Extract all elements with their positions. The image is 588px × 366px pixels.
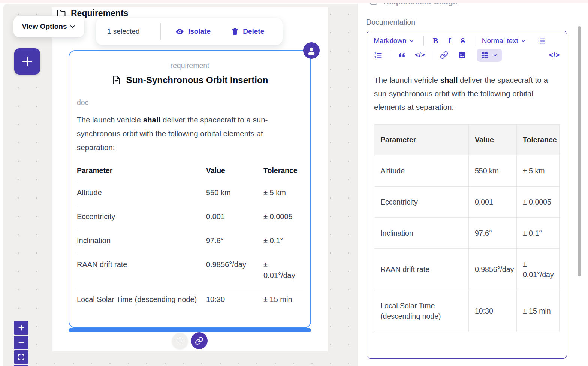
table-cell[interactable]: RAAN drift rate [374,249,469,290]
link-icon [440,51,448,59]
table-cell[interactable]: Local Solar Time (descending node) [374,290,469,332]
bullet-list-button[interactable] [537,37,546,45]
plus-icon [17,324,25,332]
numbered-list-button[interactable]: 1 2 [374,51,382,60]
table-cell: 97.6° [206,229,263,253]
table-cell[interactable]: ± 0.0005 [517,187,560,218]
table-header-cell: Parameter [77,166,206,181]
toolbar-divider [423,36,424,46]
table-cell[interactable]: ± 15 min [517,290,560,332]
table-row: Local Solar Time (descending node)10:30±… [374,290,560,332]
svg-text:1: 1 [374,51,376,55]
table-cell: RAAN drift rate [77,253,206,288]
table-header-cell[interactable]: Parameter [374,125,469,155]
table-header-cell[interactable]: Tolerance [517,125,560,155]
insert-table-button[interactable] [477,49,502,62]
card-body-text: The launch vehicle shall deliver the spa… [77,113,302,154]
isolate-button[interactable]: Isolate [175,27,211,36]
chevron-down-icon [409,38,414,44]
bullet-list-icon [537,37,546,45]
card-title-row: Sun-Synchronous Orbit Insertion [69,75,310,85]
table-row: Local Solar Time (descending node)10:30±… [77,288,303,312]
table-cell[interactable]: 10:30 [469,290,517,332]
table-header-cell: Tolerance [263,166,303,181]
text-style-label: Normal text [482,37,518,45]
table-cell: ± 0.01°/day [263,253,303,288]
table-header-row: ParameterValueTolerance [77,166,303,181]
svg-text:2: 2 [374,55,376,59]
table-cell[interactable]: 550 km [469,155,517,187]
table-cell: ± 5 km [263,181,303,205]
table-cell: Altitude [77,181,206,205]
chevron-down-icon [521,38,526,44]
view-options-label: View Options [22,22,67,31]
markdown-mode-select[interactable]: Markdown [374,37,414,45]
table-row: Eccentricity0.001± 0.0005 [374,187,560,218]
inline-code-button[interactable]: </> [415,51,425,59]
editor-toolbar-row-2: 1 2 </> [367,48,567,62]
bold-button[interactable]: B [433,36,438,46]
documentation-label: Documentation [366,18,415,27]
fit-view-button[interactable] [14,350,28,364]
editor-orbital-elements-table: ParameterValueToleranceAltitude550 km± 5… [374,124,560,332]
plus-icon [175,336,184,345]
editor-content[interactable]: The launch vehicle shall deliver the spa… [367,62,567,332]
italic-button[interactable]: I [448,36,451,46]
table-cell[interactable]: Inclination [374,218,469,249]
add-node-button[interactable] [14,48,40,75]
chevron-down-icon [492,52,498,58]
selection-toolbar: 1 selected Isolate Delete [96,18,283,45]
table-cell[interactable]: 0.001 [469,187,517,218]
orbital-elements-table: ParameterValueToleranceAltitude550 km± 5… [77,166,303,312]
blockquote-button[interactable] [398,51,406,59]
delete-button[interactable]: Delete [231,27,264,36]
delete-label: Delete [243,27,264,36]
table-cell[interactable]: 0.9856°/day [469,249,517,290]
table-header-row: ParameterValueTolerance [374,125,560,155]
numbered-list-icon: 1 2 [374,51,382,60]
view-options-button[interactable]: View Options [13,16,84,37]
table-cell: Eccentricity [77,205,206,229]
table-row: RAAN drift rate0.9856°/day± 0.01°/day [374,249,560,290]
table-cell[interactable]: Altitude [374,155,469,187]
text-style-select[interactable]: Normal text [482,37,526,45]
table-row: Altitude550 km± 5 km [77,181,303,205]
card-title: Sun-Synchronous Orbit Insertion [126,75,268,85]
add-related-button[interactable] [172,333,188,349]
table-row: RAAN drift rate0.9856°/day± 0.01°/day [77,253,303,288]
file-text-icon [112,75,121,85]
table-cell: 0.9856°/day [206,253,263,288]
trash-icon [231,27,239,36]
table-cell[interactable]: ± 5 km [517,155,560,187]
table-cell: Inclination [77,229,206,253]
insert-image-button[interactable] [458,51,466,59]
table-cell[interactable]: ± 0.1° [517,218,560,249]
table-cell[interactable]: ± 0.01°/day [517,249,560,290]
zoom-in-button[interactable] [14,321,28,335]
table-cell[interactable]: Eccentricity [374,187,469,218]
requirement-card[interactable]: requirement Sun-Synchronous Orbit Insert… [69,50,311,328]
zoom-out-button[interactable] [14,336,28,349]
strikethrough-button[interactable]: S [461,37,465,45]
toolbar-divider [474,36,474,46]
table-header-cell: Value [206,166,263,181]
fit-view-icon [17,353,25,361]
isolate-label: Isolate [188,27,211,36]
toolbar-divider [433,50,433,60]
card-doc-label: doc [77,98,303,107]
card-body-bold: shall [143,115,161,124]
table-cell: ± 0.0005 [263,205,303,229]
table-row: Altitude550 km± 5 km [374,155,560,187]
table-cell: Local Solar Time (descending node) [77,288,206,312]
table-cell[interactable]: 97.6° [469,218,517,249]
connect-relationship-button[interactable] [191,332,208,349]
table-cell: ± 0.1° [263,229,303,253]
minus-icon [17,338,25,347]
panel-scrollbar-thumb[interactable] [578,26,581,276]
editor-body-text: The launch vehicle shall deliver the spa… [374,73,560,114]
insert-link-button[interactable] [440,51,448,59]
zoom-controls [14,321,28,366]
source-code-view-button[interactable]: </> [549,51,560,59]
table-header-cell[interactable]: Value [469,125,517,155]
app-screen: Requirements View Options 1 selected Iso… [0,0,588,366]
